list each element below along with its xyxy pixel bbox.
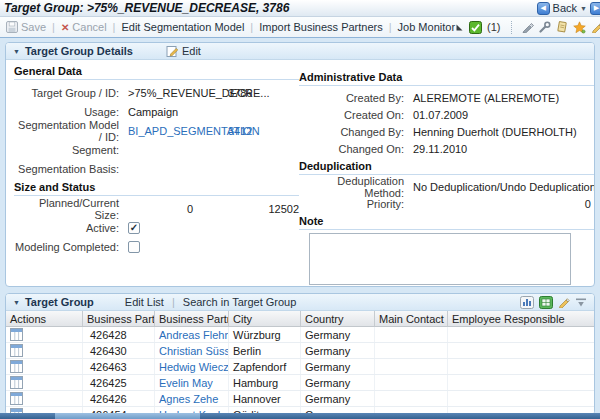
- field-label: Changed By:: [299, 126, 404, 138]
- check-icon: ✓: [130, 222, 138, 233]
- administrative-data-title: Administrative Data: [299, 68, 595, 86]
- field-row: Planned/Current Size: 0 12502: [14, 199, 299, 218]
- business-partner-link[interactable]: Evelin May: [159, 377, 213, 389]
- field-row: Changed On: 29.11.2010: [299, 140, 595, 157]
- table-row: 426425 Evelin May Hamburg Germany: [6, 375, 594, 391]
- back-icon[interactable]: ◀: [537, 2, 550, 15]
- status-count[interactable]: (1): [487, 21, 500, 33]
- export-spreadsheet-icon[interactable]: [539, 296, 553, 309]
- cell-city: Hannover: [229, 391, 301, 406]
- deduplication-title: Deduplication: [299, 157, 595, 175]
- table-row: 426428 Andreas Flehmig Würzburg Germany: [6, 327, 594, 343]
- field-row: Segmentation Model / ID: BI_APD_SEGMENTA…: [14, 121, 299, 140]
- field-row: Segmentation Basis:: [14, 159, 299, 178]
- segmentation-model-link[interactable]: BI_APD_SEGMENTATION: [128, 125, 228, 137]
- changed-by-value: Henning Duerholt (DUERHOLTH): [413, 126, 577, 138]
- note-title: Note: [299, 212, 595, 230]
- business-partner-link[interactable]: Christian Süss: [159, 345, 229, 357]
- cell-business-partner-id: 426428: [83, 327, 155, 342]
- cell-business-partner-id: 426425: [83, 375, 155, 390]
- field-label: Deduplication Method:: [299, 175, 404, 199]
- edit-segmentation-model-button[interactable]: Edit Segmentation Model: [121, 21, 244, 33]
- cell-country: Germany: [301, 391, 375, 406]
- header-separator: |: [172, 296, 175, 308]
- cell-city: Zapfendorf: [229, 359, 301, 374]
- column-header-main-contact[interactable]: Main Contact: [375, 311, 448, 326]
- changed-on-value: 29.11.2010: [413, 143, 467, 155]
- cell-main-contact: [375, 327, 448, 342]
- pencil-icon[interactable]: [591, 21, 600, 33]
- column-header-city[interactable]: City: [229, 311, 301, 326]
- cell-employee-responsible: [448, 359, 594, 374]
- row-actions-icon[interactable]: [10, 376, 23, 389]
- column-header-employee-responsible[interactable]: Employee Responsible: [448, 311, 594, 326]
- business-partner-link[interactable]: Agnes Zehe: [159, 393, 218, 405]
- search-in-target-group-button[interactable]: Search in Target Group: [183, 296, 297, 308]
- row-actions-icon[interactable]: [10, 392, 23, 405]
- content-area: ▼ Target Group Details Edit General Data…: [0, 38, 600, 419]
- field-row: Created By: ALEREMOTE (ALEREMOTE): [299, 89, 595, 106]
- save-button[interactable]: Save: [6, 21, 46, 33]
- back-dropdown-icon[interactable]: ▼: [580, 5, 587, 12]
- forward-icon[interactable]: ▶: [590, 2, 600, 15]
- page-title: Target Group: >75%_REVENUE_DECREASE, 378…: [4, 1, 289, 15]
- wrench-icon[interactable]: [539, 21, 551, 33]
- row-actions-icon[interactable]: [10, 360, 23, 373]
- cell-main-contact: [375, 343, 448, 358]
- cell-main-contact: [375, 391, 448, 406]
- collapse-details-icon[interactable]: ▼: [13, 48, 20, 55]
- created-by-value: ALEREMOTE (ALEREMOTE): [413, 92, 559, 104]
- cell-employee-responsible: [448, 343, 594, 358]
- target-group-id-number: 3786: [228, 87, 252, 99]
- cell-employee-responsible: [448, 391, 594, 406]
- active-checkbox[interactable]: ✓: [128, 222, 140, 234]
- star-icon[interactable]: [573, 21, 586, 34]
- created-on-value: 01.07.2009: [413, 109, 468, 121]
- cell-country: Germany: [301, 359, 375, 374]
- details-panel-body: General Data Target Group / ID: >75%_REV…: [6, 60, 594, 285]
- segmentation-model-id-link[interactable]: 3412: [228, 125, 252, 137]
- history-nav: ◀ Back ▼ ▶: [537, 2, 596, 15]
- field-label: Segment:: [14, 144, 119, 156]
- horizontal-scrollbar[interactable]: [0, 413, 600, 419]
- table-body: 426428 Andreas Flehmig Würzburg Germany …: [6, 327, 594, 415]
- cell-country: Germany: [301, 327, 375, 342]
- edit-list-button[interactable]: Edit List: [125, 296, 164, 308]
- field-row: Created On: 01.07.2009: [299, 106, 595, 123]
- collapse-tray-icon[interactable]: [575, 297, 587, 308]
- field-row: Segment:: [14, 140, 299, 159]
- job-monitor-button[interactable]: Job Monitor: [398, 21, 455, 33]
- note-textarea[interactable]: [309, 233, 571, 285]
- target-group-table-panel: ▼ Target Group Edit List | Search in Tar…: [5, 293, 595, 415]
- toolbar: Save | ✕ Cancel | Edit Segmentation Mode…: [0, 17, 600, 38]
- field-label: Active:: [14, 222, 119, 234]
- column-header-actions[interactable]: Actions: [6, 311, 83, 326]
- import-business-partners-button[interactable]: Import Business Partners: [259, 21, 383, 33]
- business-partner-link[interactable]: Hedwig Wieczorek: [159, 361, 229, 373]
- row-actions-icon[interactable]: [10, 344, 23, 357]
- column-header-country[interactable]: Country: [301, 311, 375, 326]
- overflow-arrow-icon[interactable]: [455, 23, 464, 32]
- edit-table-pencil-icon[interactable]: [558, 296, 570, 308]
- field-label: Usage:: [14, 106, 119, 118]
- pen-icon[interactable]: [522, 21, 534, 33]
- column-header-business-partner-id[interactable]: Business Partner ID: [83, 311, 155, 326]
- cancel-button[interactable]: ✕ Cancel: [61, 21, 107, 33]
- usage-value: Campaign: [128, 106, 178, 118]
- field-label: Changed On:: [299, 143, 404, 155]
- target-group-id-value: >75%_REVENUE_DECRE...: [128, 87, 228, 99]
- column-header-business-partner[interactable]: Business Partner: [155, 311, 229, 326]
- tag-icon[interactable]: [556, 21, 568, 33]
- collapse-table-icon[interactable]: ▼: [13, 299, 20, 306]
- administrative-data-column: Administrative Data Created By: ALEREMOT…: [299, 62, 595, 285]
- status-check-icon[interactable]: [469, 21, 482, 34]
- edit-button[interactable]: Edit: [166, 45, 201, 58]
- scrollbar-thumb[interactable]: [55, 413, 200, 419]
- chart-icon[interactable]: [520, 296, 534, 309]
- field-label: Segmentation Model / ID:: [14, 119, 119, 143]
- modeling-completed-checkbox[interactable]: [128, 241, 140, 253]
- business-partner-link[interactable]: Andreas Flehmig: [159, 329, 229, 341]
- cell-business-partner-id: 426430: [83, 343, 155, 358]
- row-actions-icon[interactable]: [10, 328, 23, 341]
- back-button[interactable]: Back: [553, 2, 577, 14]
